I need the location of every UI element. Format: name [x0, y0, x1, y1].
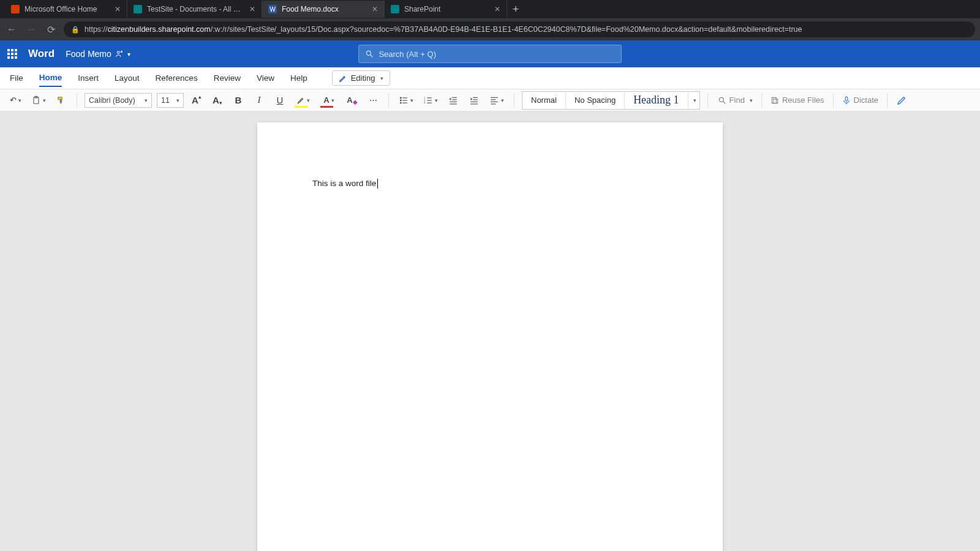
url-input[interactable]: 🔒 https://citizenbuilders.sharepoint.com… — [64, 21, 975, 37]
menu-layout[interactable]: Layout — [115, 70, 140, 86]
svg-point-0 — [117, 51, 119, 54]
tab-favicon — [11, 5, 20, 13]
tab-close-icon[interactable]: ✕ — [372, 5, 378, 13]
tab-close-icon[interactable]: ✕ — [494, 5, 500, 13]
search-placeholder: Search (Alt + Q) — [379, 50, 436, 59]
menu-references[interactable]: References — [156, 70, 198, 86]
new-tab-button[interactable]: + — [507, 3, 524, 16]
reuse-files-button[interactable]: Reuse Files — [768, 92, 827, 108]
menu-home[interactable]: Home — [39, 69, 62, 87]
editor-button[interactable] — [894, 92, 910, 108]
app-launcher-icon[interactable] — [7, 49, 17, 59]
tab-label: Food Memo.docx — [282, 5, 367, 13]
nav-back-icon[interactable]: ← — [5, 24, 18, 35]
editing-mode-button[interactable]: Editing ▾ — [332, 70, 391, 86]
tab-favicon: W — [268, 5, 277, 13]
text-cursor — [377, 179, 378, 189]
pencil-icon — [339, 74, 347, 83]
menu-review[interactable]: Review — [214, 70, 241, 86]
tab-close-icon[interactable]: ✕ — [115, 5, 121, 13]
svg-point-6 — [400, 97, 401, 99]
tab-label: TestSite - Documents - All Docu… — [147, 5, 244, 13]
document-title[interactable]: Food Memo ▾ — [66, 49, 130, 59]
styles-more-button[interactable]: ▾ — [688, 92, 699, 109]
tab-close-icon[interactable]: ✕ — [249, 5, 255, 13]
styles-gallery: Normal No Spacing Heading 1 ▾ — [522, 91, 700, 110]
chevron-down-icon[interactable]: ▾ — [127, 51, 130, 58]
ribbon-toolbar: ↶▾ ▾ Calibri (Body)▾ 11▾ A▴ A▾ B I U ▾ A… — [0, 89, 980, 111]
document-canvas[interactable]: This is a word file — [0, 111, 980, 551]
nav-reload-icon[interactable]: ⟳ — [44, 24, 58, 36]
nav-forward-icon[interactable]: → — [24, 24, 38, 35]
more-font-button[interactable]: ⋯ — [365, 92, 381, 108]
tab-label: Microsoft Office Home — [24, 5, 110, 13]
numbering-button[interactable]: 123 ▾ — [421, 92, 440, 108]
svg-point-30 — [719, 97, 723, 102]
browser-tab[interactable]: SharePoint ✕ — [385, 1, 507, 18]
svg-text:3: 3 — [424, 101, 426, 104]
svg-rect-32 — [772, 97, 776, 103]
browser-tab-active[interactable]: W Food Memo.docx ✕ — [262, 1, 385, 18]
align-button[interactable]: ▾ — [487, 92, 507, 108]
menu-insert[interactable]: Insert — [78, 70, 99, 86]
chevron-down-icon: ▾ — [380, 75, 383, 81]
svg-rect-34 — [845, 97, 848, 101]
style-normal[interactable]: Normal — [522, 92, 566, 109]
increase-indent-button[interactable] — [466, 92, 482, 108]
svg-point-8 — [400, 100, 401, 101]
browser-tab[interactable]: Microsoft Office Home ✕ — [5, 1, 127, 18]
svg-point-10 — [400, 102, 401, 103]
font-size-select[interactable]: 11▾ — [157, 93, 184, 108]
tab-favicon — [134, 5, 142, 13]
paste-button[interactable]: ▾ — [29, 92, 48, 108]
svg-point-1 — [121, 51, 122, 52]
document-body-text[interactable]: This is a word file — [312, 179, 376, 188]
browser-address-bar: ← → ⟳ 🔒 https://citizenbuilders.sharepoi… — [0, 18, 980, 40]
share-icon[interactable] — [115, 50, 124, 58]
app-header: Word Food Memo ▾ Search (Alt + Q) — [0, 40, 980, 67]
lock-icon: 🔒 — [71, 26, 80, 34]
grow-font-button[interactable]: A▴ — [189, 92, 205, 108]
format-painter-button[interactable] — [53, 92, 69, 108]
italic-button[interactable]: I — [251, 92, 267, 108]
menu-view[interactable]: View — [257, 70, 274, 86]
bold-button[interactable]: B — [230, 92, 246, 108]
underline-button[interactable]: U — [272, 92, 288, 108]
app-brand: Word — [28, 48, 55, 60]
svg-rect-33 — [774, 99, 778, 103]
highlight-button[interactable]: ▾ — [293, 92, 314, 108]
svg-line-31 — [723, 101, 725, 103]
bullets-button[interactable]: ▾ — [396, 92, 416, 108]
dictate-button[interactable]: Dictate — [840, 92, 881, 108]
search-input[interactable]: Search (Alt + Q) — [358, 45, 622, 63]
document-page[interactable]: This is a word file — [257, 122, 723, 551]
clear-formatting-button[interactable]: A◆ — [344, 92, 360, 108]
decrease-indent-button[interactable] — [445, 92, 461, 108]
menu-help[interactable]: Help — [290, 70, 307, 86]
url-text: https://citizenbuilders.sharepoint.com/:… — [85, 25, 802, 34]
menu-file[interactable]: File — [10, 70, 23, 86]
browser-tabstrip: Microsoft Office Home ✕ TestSite - Docum… — [0, 0, 980, 18]
find-button[interactable]: Find▾ — [715, 92, 755, 108]
font-family-select[interactable]: Calibri (Body)▾ — [85, 93, 152, 108]
font-color-button[interactable]: A▾ — [318, 92, 339, 108]
style-nospacing[interactable]: No Spacing — [566, 92, 625, 109]
browser-tab[interactable]: TestSite - Documents - All Docu… ✕ — [127, 1, 262, 18]
shrink-font-button[interactable]: A▾ — [209, 92, 225, 108]
style-heading1[interactable]: Heading 1 — [625, 92, 688, 109]
tab-label: SharePoint — [404, 5, 489, 13]
undo-button[interactable]: ↶▾ — [7, 92, 24, 108]
svg-point-2 — [367, 51, 371, 55]
menu-bar: File Home Insert Layout References Revie… — [0, 67, 980, 89]
svg-line-3 — [371, 55, 373, 58]
tab-favicon — [391, 5, 399, 13]
search-icon — [365, 50, 374, 58]
